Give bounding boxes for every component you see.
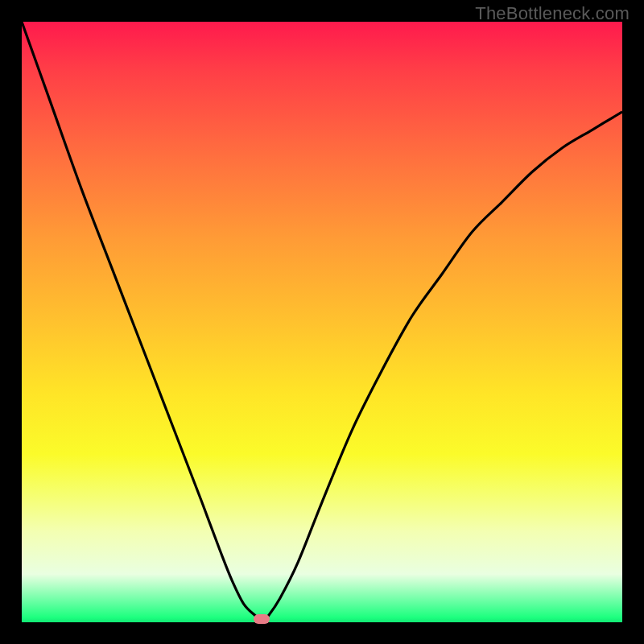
watermark-text: TheBottleneck.com bbox=[475, 3, 630, 24]
plot-area bbox=[22, 22, 622, 622]
chart-frame: TheBottleneck.com bbox=[0, 0, 644, 644]
min-marker bbox=[254, 614, 270, 624]
curve-line bbox=[22, 22, 622, 622]
bottleneck-curve bbox=[22, 22, 622, 622]
